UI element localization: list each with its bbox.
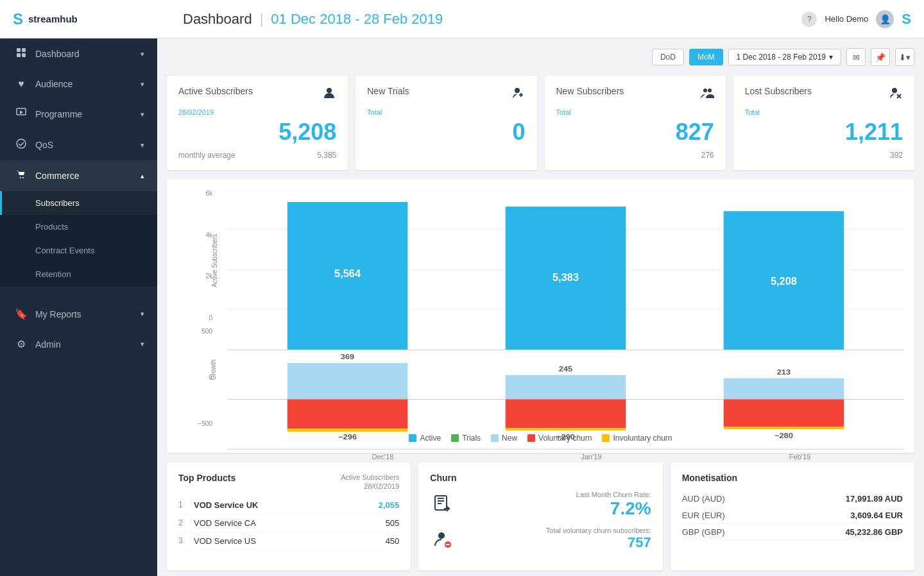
sidebar-item-contract-events[interactable]: Contract Events — [0, 239, 157, 262]
bar-dec-label: 5,564 — [334, 267, 361, 279]
sidebar-item-subscribers[interactable]: Subscribers — [0, 191, 157, 215]
svg-point-7 — [22, 177, 24, 178]
qos-icon — [15, 139, 28, 151]
bar-feb-churn-label: −280 — [774, 432, 793, 440]
svg-rect-1 — [22, 48, 26, 52]
sidebar-item-admin[interactable]: ⚙ Admin ▾ — [0, 329, 157, 359]
main-content: DoD MoM 1 Dec 2018 - 28 Feb 2019 ▾ ✉ 📌 ⬇… — [157, 38, 924, 576]
kpi-trials-value: 0 — [367, 119, 525, 146]
product-value-3: 450 — [386, 536, 400, 546]
churn-total-info: Total voluntary churn subscribers: 757 — [463, 527, 651, 551]
kpi-new-subs-sub-value: 276 — [701, 151, 714, 160]
download-icon-btn[interactable]: ⬇▾ — [895, 48, 914, 66]
svg-rect-2 — [17, 53, 21, 57]
bar-jan-label: 5,383 — [552, 271, 579, 283]
bar-dec-invol — [287, 428, 408, 432]
pin-icon-btn[interactable]: 📌 — [871, 48, 890, 66]
svg-point-13 — [708, 89, 712, 92]
sidebar-item-commerce[interactable]: Commerce ▴ — [0, 160, 157, 191]
help-icon[interactable]: ? — [801, 12, 817, 27]
product-value-1: 2,055 — [379, 500, 400, 510]
product-rank-1: 1 — [178, 500, 189, 509]
y-tick-500: 500 — [201, 328, 212, 335]
mono-row-aud: AUD (AUD) 17,991.89 AUD — [682, 491, 903, 507]
bar-jan-growth-label: 245 — [559, 365, 573, 373]
chart-card: 6k 4k 2k 0 500 0 −500 — [167, 180, 914, 453]
dod-button[interactable]: DoD — [652, 49, 684, 65]
sidebar-audience-label: Audience — [35, 79, 133, 89]
svg-point-14 — [892, 88, 897, 93]
product-name-2: VOD Service CA — [194, 518, 381, 528]
kpi-new-subscribers: New Subscribers Total 827 276 — [545, 76, 726, 170]
bar-feb-new — [724, 378, 844, 400]
sidebar-my-reports-label: My Reports — [35, 309, 133, 319]
kpi-active-value: 5,208 — [178, 119, 336, 146]
svg-rect-3 — [22, 53, 26, 57]
logo-icon: S — [13, 10, 23, 28]
sidebar: Dashboard ▾ ♥ Audience ▾ Programme ▾ QoS — [0, 38, 157, 576]
kpi-lost-value: 1,211 — [745, 119, 903, 146]
churn-title: Churn — [430, 473, 651, 483]
products-label: Products — [35, 222, 68, 232]
sidebar-item-programme[interactable]: Programme ▾ — [0, 99, 157, 130]
y-label-growth: Growth — [210, 359, 217, 380]
bar-jan-churn-label: −290 — [556, 433, 575, 441]
my-reports-icon: 🔖 — [15, 308, 28, 320]
bar-jan-vol — [506, 400, 626, 428]
mono-aud-label: AUD (AUD) — [682, 494, 725, 504]
dashboard-icon — [15, 47, 28, 60]
kpi-active-title: Active Subscribers — [178, 86, 253, 96]
programme-chevron: ▾ — [141, 110, 144, 119]
y-tick-neg500: −500 — [198, 420, 212, 427]
sidebar-commerce-label: Commerce — [35, 171, 133, 181]
bar-dec-new — [287, 363, 408, 400]
churn-card: Churn Last Month Churn Rate: — [418, 462, 662, 570]
y-label-active: Active Subscribers — [211, 234, 218, 287]
x-label-dec: Dec'18 — [227, 453, 487, 461]
date-range-button[interactable]: 1 Dec 2018 - 28 Feb 2019 ▾ — [728, 49, 841, 65]
churn-total-label: Total voluntary churn subscribers: — [463, 527, 651, 534]
kpi-new-subs-icon — [700, 86, 714, 103]
email-icon-btn[interactable]: ✉ — [846, 48, 866, 66]
sidebar-item-products[interactable]: Products — [0, 215, 157, 239]
svg-point-5 — [17, 139, 26, 148]
date-range-text: 1 Dec 2018 - 28 Feb 2019 — [737, 53, 826, 62]
kpi-lost-icon — [889, 86, 903, 103]
kpi-lost-subscribers: Lost Subscribers Total 1,211 392 — [733, 76, 914, 170]
sidebar-item-dashboard[interactable]: Dashboard ▾ — [0, 38, 157, 69]
mono-row-gbp: GBP (GBP) 45,232.86 GBP — [682, 524, 903, 541]
mono-row-eur: EUR (EUR) 3,609.64 EUR — [682, 507, 903, 524]
churn-rate-value: 7.2% — [463, 498, 651, 519]
qos-chevron: ▾ — [141, 141, 144, 149]
bar-feb-invol — [724, 427, 844, 429]
kpi-new-subs-title: New Subscribers — [556, 86, 624, 96]
kpi-row: Active Subscribers 28/02/2019 5,208 mont… — [167, 76, 914, 170]
retention-label: Retention — [35, 269, 71, 279]
dashboard-chevron: ▾ — [141, 50, 144, 58]
churn-remove-icon — [430, 527, 456, 552]
product-row-2: 2 VOD Service CA 505 — [178, 514, 399, 532]
product-value-2: 505 — [386, 518, 400, 528]
churn-rate-row: Last Month Churn Rate: 7.2% — [430, 491, 651, 519]
bar-jan-invol — [506, 428, 626, 430]
sidebar-item-my-reports[interactable]: 🔖 My Reports ▾ — [0, 299, 157, 329]
mom-button[interactable]: MoM — [689, 49, 723, 65]
mono-eur-value: 3,609.64 EUR — [850, 511, 903, 520]
sidebar-item-qos[interactable]: QoS ▾ — [0, 130, 157, 160]
mono-gbp-value: 45,232.86 GBP — [845, 527, 903, 537]
sidebar-item-retention[interactable]: Retention — [0, 262, 157, 286]
kpi-active-sub-value: 5,385 — [317, 151, 336, 160]
audience-icon: ♥ — [15, 78, 28, 90]
top-products-title: Top Products — [178, 473, 235, 483]
page-title: Dashboard — [183, 11, 252, 28]
kpi-active-sub-label: monthly average — [178, 151, 235, 160]
kpi-trials-icon — [511, 86, 526, 103]
sidebar-admin-label: Admin — [35, 339, 133, 350]
kpi-new-subs-value: 827 — [556, 119, 714, 146]
user-icon[interactable]: 👤 — [876, 10, 894, 28]
bar-dec-churn-label: −296 — [338, 433, 357, 441]
logo-area: S streamhub — [13, 10, 170, 28]
sidebar-item-audience[interactable]: ♥ Audience ▾ — [0, 69, 157, 99]
monetisation-title: Monetisation — [682, 473, 903, 483]
y-tick-0-top: 0 — [209, 314, 212, 321]
